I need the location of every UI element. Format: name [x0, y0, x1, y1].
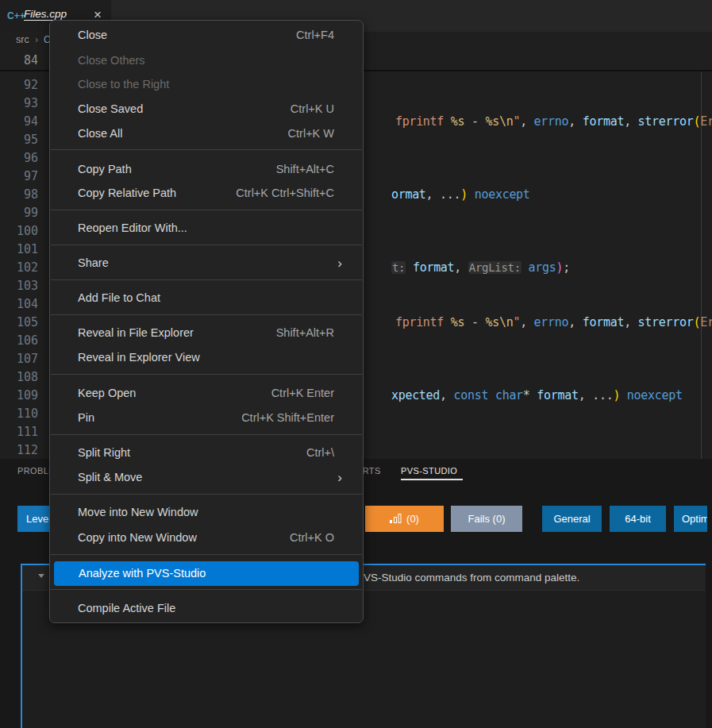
line-number: 102: [0, 259, 38, 277]
menu-separator: [51, 374, 362, 375]
line-number: 109: [0, 387, 38, 405]
line-number: 95: [0, 131, 38, 149]
menu-separator: [51, 245, 362, 245]
menu-separator: [51, 210, 362, 210]
menu-separator: [51, 494, 362, 495]
menu-separator: [51, 589, 362, 590]
line-number: 101: [0, 241, 38, 259]
line-number: 98: [0, 186, 38, 204]
menu-item-keep-open[interactable]: Keep OpenCtrl+K Enter: [53, 381, 360, 406]
menu-item-add-file-to-chat[interactable]: Add File to Chat: [53, 286, 360, 310]
menu-item-close-others: Close Others: [53, 48, 360, 73]
sort-arrow-icon: [38, 574, 44, 578]
menu-item-split-and-move[interactable]: Split & Move ›: [53, 465, 360, 490]
code-line-101[interactable]: t: format, ArgList: args);: [364, 241, 570, 295]
menu-separator: [51, 279, 362, 280]
menu-separator: [51, 434, 362, 435]
line-number: 110: [0, 405, 38, 423]
breadcrumb-item-src[interactable]: src: [16, 34, 29, 45]
line-number: 106: [0, 332, 38, 350]
vscode-window: C++ Files.cpp × src › C 84 92 93 94 95 9…: [0, 0, 712, 728]
menu-item-copy-path[interactable]: Copy PathShift+Alt+C: [53, 157, 360, 182]
general-filter-button[interactable]: General: [542, 506, 602, 532]
pvs-studio-message: PVS-Studio commands from command palette…: [356, 565, 579, 590]
submenu-chevron-icon: ›: [337, 465, 342, 490]
line-number: 103: [0, 277, 38, 295]
line-number: 104: [0, 295, 38, 314]
menu-item-copy-relative-path[interactable]: Copy Relative PathCtrl+K Ctrl+Shift+C: [53, 181, 360, 206]
menu-item-move-into-new-window[interactable]: Move into New Window: [53, 500, 360, 525]
optimization-filter-button[interactable]: Optim: [674, 506, 707, 532]
menu-separator: [51, 314, 362, 315]
tab-title: Files.cpp: [24, 8, 67, 20]
64bit-filter-button[interactable]: 64-bit: [610, 506, 666, 532]
menu-item-pin[interactable]: PinCtrl+K Shift+Enter: [53, 406, 360, 430]
fails-filter-button[interactable]: Fails (0): [451, 506, 522, 532]
line-number: 107: [0, 350, 38, 368]
line-number: 92: [0, 76, 38, 94]
code-line-104[interactable]: fprintf %s - %s\n", errno, format, strer…: [368, 295, 712, 350]
menu-item-analyze-with-pvs-studio[interactable]: Analyze with PVS-Studio: [54, 561, 359, 586]
menu-item-reopen-editor-with[interactable]: Reopen Editor With...: [53, 216, 360, 241]
menu-item-split-right[interactable]: Split RightCtrl+\: [53, 441, 360, 465]
line-number: 93: [0, 94, 38, 113]
menu-item-compile-active-file[interactable]: Compile Active File: [53, 596, 360, 621]
line-number: 99: [0, 204, 38, 222]
line-number: 105: [0, 314, 38, 332]
menu-separator: [51, 149, 362, 150]
line-number: 112: [0, 441, 38, 460]
line-number: 108: [0, 368, 38, 387]
menu-item-close-to-the-right: Close to the Right: [53, 72, 360, 97]
histogram-filter-button[interactable]: (0): [365, 506, 444, 532]
menu-item-close[interactable]: CloseCtrl+F4: [53, 23, 360, 48]
line-number: 111: [0, 423, 38, 441]
breadcrumb-chevron-icon: ›: [35, 33, 38, 45]
code-line-108[interactable]: xpected, const char* format, ...) noexce…: [364, 368, 683, 423]
sticky-line-number: 84: [0, 51, 38, 70]
menu-item-close-saved[interactable]: Close SavedCtrl+K U: [53, 97, 360, 121]
menu-item-reveal-in-file-explorer[interactable]: Reveal in File ExplorerShift+Alt+R: [53, 321, 360, 345]
histogram-icon: [390, 507, 402, 532]
code-line-97[interactable]: ormat, ...) noexcept: [364, 168, 530, 222]
histogram-count: (0): [406, 513, 419, 525]
line-number: 97: [0, 168, 38, 186]
tab-context-menu: CloseCtrl+F4 Close Others Close to the R…: [49, 20, 364, 623]
line-number: 96: [0, 149, 38, 168]
line-number: 94: [0, 113, 38, 131]
active-tab-underline: [401, 479, 463, 480]
cpp-file-icon: C++: [7, 9, 23, 23]
menu-item-share[interactable]: Share ›: [53, 251, 360, 275]
menu-separator: [51, 554, 362, 555]
line-number: 100: [0, 222, 38, 241]
menu-item-reveal-in-explorer-view[interactable]: Reveal in Explorer View: [53, 345, 360, 370]
menu-item-copy-into-new-window[interactable]: Copy into New WindowCtrl+K O: [53, 526, 360, 550]
code-line-93[interactable]: fprintf %s - %s\n", errno, format, strer…: [368, 94, 712, 149]
submenu-chevron-icon: ›: [337, 251, 342, 275]
menu-item-close-all[interactable]: Close AllCtrl+K W: [53, 121, 360, 146]
